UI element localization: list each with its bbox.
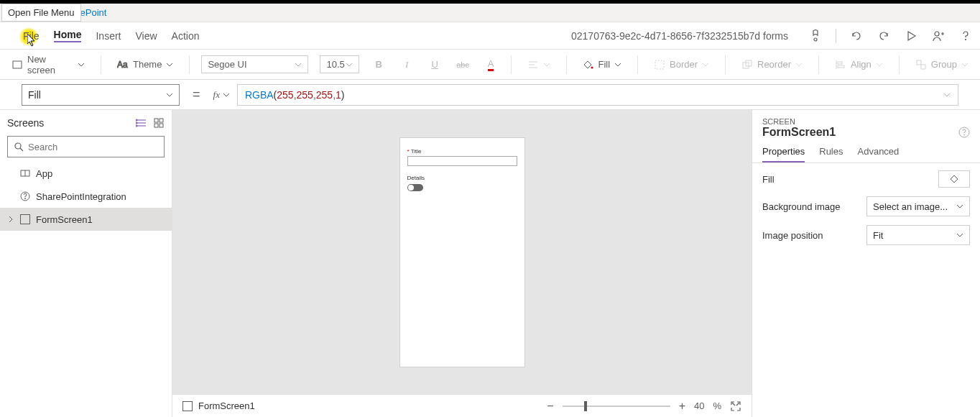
ribbon-divider bbox=[637, 55, 638, 74]
tree-panel: Screens App SharePointIntegration bbox=[0, 110, 172, 417]
svg-point-8 bbox=[591, 66, 593, 68]
formula-ident: RGBA bbox=[245, 89, 274, 101]
new-screen-button[interactable]: New screen bbox=[7, 51, 89, 78]
tree-item-app[interactable]: App bbox=[0, 162, 172, 185]
equals-sign: = bbox=[187, 87, 206, 102]
size-value: 10.5 bbox=[326, 59, 344, 70]
form-details-toggle[interactable] bbox=[407, 184, 423, 191]
tab-advanced[interactable]: Advanced bbox=[858, 146, 900, 162]
theme-icon: Aa bbox=[117, 59, 129, 70]
app-icon bbox=[20, 168, 30, 178]
svg-point-0 bbox=[814, 38, 817, 41]
undo-icon[interactable] bbox=[849, 29, 864, 43]
tree-title: Screens bbox=[7, 117, 44, 129]
chevron-down-icon bbox=[166, 91, 173, 98]
tree-item-label: App bbox=[36, 168, 52, 179]
img-pos-select[interactable]: Fit bbox=[866, 225, 970, 245]
svg-rect-13 bbox=[838, 62, 842, 64]
chevron-down-icon bbox=[543, 61, 550, 68]
font-select[interactable]: Segoe UI bbox=[201, 55, 308, 73]
bg-image-select[interactable]: Select an image... bbox=[866, 196, 970, 216]
zoom-slider[interactable] bbox=[563, 405, 670, 407]
formula-input[interactable]: RGBA(255, 255, 255, 1) bbox=[237, 84, 958, 106]
tree-search-input[interactable] bbox=[28, 142, 158, 152]
chevron-down-icon bbox=[795, 61, 803, 68]
prop-type-label: Screen bbox=[762, 117, 970, 126]
ribbon-divider bbox=[511, 55, 512, 74]
app-checker-icon[interactable] bbox=[808, 29, 823, 43]
zoom-in-button[interactable]: + bbox=[679, 400, 685, 413]
group-button[interactable]: Group bbox=[911, 56, 973, 73]
fx-button[interactable]: fx bbox=[213, 89, 230, 101]
zoom-out-button[interactable]: − bbox=[547, 400, 553, 413]
fill-button[interactable]: Fill bbox=[578, 56, 626, 73]
underline-button[interactable]: U bbox=[427, 56, 443, 73]
align-obj-icon bbox=[835, 59, 846, 70]
redo-icon[interactable] bbox=[877, 29, 891, 43]
svg-line-34 bbox=[736, 403, 739, 405]
ribbon-divider bbox=[189, 55, 190, 74]
border-button[interactable]: Border bbox=[650, 56, 713, 73]
chevron-down-icon bbox=[346, 61, 353, 68]
property-value: Fill bbox=[28, 89, 41, 101]
help-icon[interactable] bbox=[958, 29, 973, 43]
border-label: Border bbox=[670, 59, 698, 70]
form-mock[interactable]: *Title Details bbox=[399, 137, 525, 367]
list-view-icon[interactable] bbox=[136, 117, 147, 129]
ribbon-divider bbox=[725, 55, 726, 74]
menu-view[interactable]: View bbox=[135, 30, 157, 42]
font-color-button[interactable]: A bbox=[483, 56, 499, 73]
cursor-pointer bbox=[27, 34, 37, 47]
menu-insert[interactable]: Insert bbox=[96, 30, 121, 42]
new-screen-label: New screen bbox=[27, 54, 73, 75]
tree-item-formscreen[interactable]: FormScreen1 bbox=[0, 208, 172, 231]
ribbon-divider bbox=[566, 55, 567, 74]
reorder-icon bbox=[741, 59, 753, 70]
tree-item-label: SharePointIntegration bbox=[36, 191, 126, 202]
zoom-thumb[interactable] bbox=[584, 401, 587, 411]
svg-rect-23 bbox=[154, 119, 158, 122]
fill-swatch[interactable] bbox=[938, 170, 970, 188]
property-select[interactable]: Fill bbox=[22, 84, 180, 106]
tree-item-sharepoint[interactable]: SharePointIntegration bbox=[0, 185, 172, 208]
reorder-label: Reorder bbox=[757, 59, 791, 70]
fill-label: Fill bbox=[598, 59, 610, 70]
tree-item-label: FormScreen1 bbox=[36, 214, 93, 225]
chevron-down-icon bbox=[702, 61, 709, 68]
chevron-down-icon bbox=[78, 61, 85, 68]
fill-prop-label: Fill bbox=[762, 174, 775, 185]
play-icon[interactable] bbox=[904, 29, 918, 43]
svg-rect-15 bbox=[917, 60, 921, 65]
share-icon[interactable] bbox=[931, 29, 946, 43]
sharepoint-banner: arePoint bbox=[0, 4, 980, 22]
tree-search[interactable] bbox=[7, 136, 165, 157]
bg-image-value: Select an image... bbox=[873, 201, 948, 212]
menu-action[interactable]: Action bbox=[172, 30, 200, 42]
tab-properties[interactable]: Properties bbox=[762, 146, 805, 162]
strike-button[interactable]: abc bbox=[455, 56, 471, 73]
size-select[interactable]: 10.5 bbox=[320, 55, 359, 73]
reorder-button[interactable]: Reorder bbox=[737, 56, 807, 73]
fullscreen-icon[interactable] bbox=[730, 400, 741, 412]
prop-title: FormScreen1 bbox=[762, 126, 836, 139]
theme-button[interactable]: Aa Theme bbox=[113, 56, 177, 73]
fill-bucket-icon bbox=[582, 59, 593, 70]
grid-view-icon[interactable] bbox=[153, 117, 165, 129]
svg-line-28 bbox=[20, 148, 23, 151]
svg-rect-14 bbox=[838, 65, 844, 68]
search-icon bbox=[14, 142, 24, 152]
form-title-input[interactable] bbox=[407, 156, 517, 166]
align-text-button[interactable] bbox=[523, 56, 555, 73]
align-obj-button[interactable]: Align bbox=[831, 56, 887, 73]
chevron-down-icon bbox=[614, 61, 621, 68]
canvas-area[interactable]: *Title Details bbox=[172, 110, 752, 394]
ribbon-divider bbox=[899, 55, 900, 74]
tab-rules[interactable]: Rules bbox=[819, 146, 843, 162]
bold-button[interactable]: B bbox=[371, 56, 387, 73]
theme-label: Theme bbox=[133, 59, 162, 70]
help-icon[interactable] bbox=[958, 127, 970, 138]
menu-home[interactable]: Home bbox=[54, 29, 82, 42]
chevron-right-icon[interactable] bbox=[7, 216, 14, 223]
svg-text:Aa: Aa bbox=[117, 60, 128, 70]
italic-button[interactable]: I bbox=[399, 56, 415, 73]
